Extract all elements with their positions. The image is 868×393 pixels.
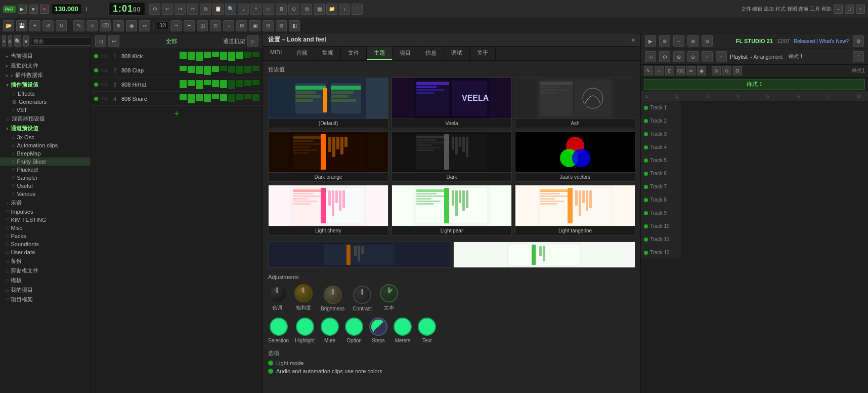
tool2-undo2[interactable]: ↺ <box>42 20 54 31</box>
pt-select[interactable]: ⊹ <box>655 66 664 75</box>
preset-default[interactable]: (Default) <box>268 77 388 128</box>
track-content[interactable] <box>681 114 868 127</box>
mixer-undo[interactable]: ↩ <box>108 35 119 47</box>
hue-knob[interactable] <box>268 284 286 302</box>
bpm-display[interactable]: 130.000 <box>51 4 82 14</box>
tool2-q5[interactable]: ≈ <box>223 20 234 31</box>
meters-color-btn[interactable] <box>394 318 412 336</box>
playlist-add[interactable]: + <box>702 51 713 62</box>
tree-plugin-db[interactable]: ▸ ♪ 插件数据库 <box>0 70 91 80</box>
tool2-open[interactable]: 📂 <box>3 20 14 31</box>
mixer-prev[interactable]: ◁ <box>95 35 106 47</box>
track-content[interactable] <box>681 128 868 140</box>
steps-color-btn[interactable] <box>369 318 387 336</box>
fl-whatsnew-link[interactable]: Released | What's New? <box>794 38 849 44</box>
tree-clipboard[interactable]: □ 剪贴板文件 <box>0 266 91 276</box>
tree-useful[interactable]: □ Useful <box>0 182 91 190</box>
tool-pattern[interactable]: ▦ <box>314 4 325 15</box>
channel-row[interactable]: ◁ ▷ 2 808 Clap <box>91 63 263 77</box>
tool2-q9[interactable]: ⊠ <box>276 20 287 31</box>
playlist-right-tools[interactable]: ⋮ <box>853 51 864 62</box>
mixer-right-arrow[interactable]: ▷ <box>247 35 258 47</box>
tree-my-projects[interactable]: □ 我的项目 <box>0 285 91 295</box>
track-content[interactable] <box>681 233 868 246</box>
preset-extra2[interactable] <box>453 242 635 268</box>
preset-jaai[interactable]: Jaai's vectors <box>515 131 635 182</box>
playlist-prev[interactable]: ◁ <box>645 51 656 62</box>
tree-impulses[interactable]: □ Impulses <box>0 208 91 216</box>
tree-scores[interactable]: ♪ 乐谱 <box>0 198 91 208</box>
tool-settings[interactable]: ⚙ <box>276 4 287 15</box>
highlight-color-btn[interactable] <box>296 318 314 336</box>
maximize-btn[interactable]: □ <box>845 5 854 14</box>
option-color-btn[interactable] <box>345 318 363 336</box>
tree-sampler[interactable]: □ Sampler <box>0 174 91 182</box>
tree-packs[interactable]: □ Packs <box>0 232 91 240</box>
tree-channel-presets[interactable]: ▾ 通道预设值 <box>0 124 91 133</box>
tree-userdata[interactable]: □ User data <box>0 248 91 256</box>
preset-dark-orange[interactable]: Dark orange <box>268 131 388 182</box>
tool-extra1[interactable]: ♪ <box>339 4 350 15</box>
tool2-slip[interactable]: ⇔ <box>139 20 150 31</box>
pt-pencil[interactable]: ✎ <box>644 66 653 75</box>
pt-erase[interactable]: ⌫ <box>676 66 685 75</box>
track-content[interactable] <box>681 180 868 193</box>
tree-current-project[interactable]: ▸ 当前项目 <box>0 51 91 61</box>
add-channel-button[interactable]: + <box>91 106 263 123</box>
tool-paste[interactable]: 📋 <box>212 4 224 15</box>
tool2-q2[interactable]: ⊢ <box>184 20 195 31</box>
contrast-knob[interactable] <box>353 286 371 304</box>
pt-mute[interactable]: ◉ <box>697 66 706 75</box>
saturation-knob[interactable] <box>294 284 313 302</box>
tool-browser[interactable]: 📁 <box>326 4 337 15</box>
track-content[interactable] <box>681 141 868 153</box>
tool2-q4[interactable]: ⊡ <box>210 20 221 31</box>
tool-channel[interactable]: ⧉ <box>301 4 312 15</box>
tab-about[interactable]: 关于 <box>470 47 496 60</box>
tree-templates[interactable]: □ 模板 <box>0 276 91 285</box>
track-content[interactable] <box>681 101 868 114</box>
tool-mixer[interactable]: ≡ <box>250 4 262 15</box>
tool2-q7[interactable]: ▣ <box>249 20 261 31</box>
preset-dark[interactable]: Dark <box>392 131 512 182</box>
browser-star[interactable]: ★ <box>23 35 29 47</box>
tool2-q3[interactable]: ◫ <box>197 20 208 31</box>
tree-mixer-presets[interactable]: ◇ 混音器预设值 <box>0 114 91 124</box>
tree-vst[interactable]: ♪ VST <box>0 106 91 114</box>
channel-row[interactable]: ◁ ▷ 4 808 Snare <box>91 92 263 106</box>
tree-3xosc[interactable]: □ 3x Osc <box>0 133 91 141</box>
channel-row[interactable]: ◁ ▷ 3 808 HiHat <box>91 77 263 92</box>
preset-ash[interactable]: Ash <box>515 77 635 128</box>
tree-various[interactable]: □ Various <box>0 190 91 198</box>
channel-row[interactable]: ◁ ▷ 1 808 Kick <box>91 49 263 63</box>
tab-audio[interactable]: 音频 <box>289 47 315 60</box>
tree-recent-files[interactable]: ▸ 最近的文件 <box>0 61 91 70</box>
tool-cut[interactable]: ✂ <box>187 4 198 15</box>
brightness-knob[interactable] <box>324 286 342 304</box>
tree-generators[interactable]: ▦ Generators <box>0 98 91 106</box>
tree-misc[interactable]: □ Misc <box>0 224 91 232</box>
tab-file[interactable]: 文件 <box>341 47 367 60</box>
text-knob[interactable] <box>380 284 398 302</box>
tree-effects[interactable]: ◇ Effects <box>0 90 91 98</box>
tree-plugin-presets[interactable]: ▾ 插件预设值 <box>0 80 91 90</box>
tool-record[interactable]: ⊙ <box>288 4 299 15</box>
play-button[interactable]: ▶ <box>18 5 27 14</box>
track-content[interactable] <box>681 193 868 206</box>
preset-light-cherry[interactable]: Light cherry <box>268 185 388 235</box>
quantize-value[interactable]: 32i <box>157 21 168 30</box>
preset-veela[interactable]: VEELA Veela <box>392 77 512 128</box>
text-color-btn[interactable] <box>418 318 436 336</box>
playlist-zoom2[interactable]: ⊖ <box>687 51 699 62</box>
tool-redo[interactable]: ↪ <box>175 4 186 15</box>
tool2-new[interactable]: + <box>29 20 40 31</box>
tool2-q10[interactable]: ◧ <box>289 20 300 31</box>
tab-debug[interactable]: 调试 <box>444 47 470 60</box>
tool-render[interactable]: ▷ <box>263 4 274 15</box>
browser-list[interactable]: ≡ <box>8 35 12 47</box>
tool2-q6[interactable]: ⊞ <box>236 20 247 31</box>
tool-extra2[interactable]: ⋮ <box>352 4 363 15</box>
fl-zoom-out[interactable]: ⊖ <box>702 35 713 47</box>
track-content[interactable] <box>681 207 868 219</box>
preset-light-tangerine[interactable]: Light tangerine <box>515 185 635 235</box>
